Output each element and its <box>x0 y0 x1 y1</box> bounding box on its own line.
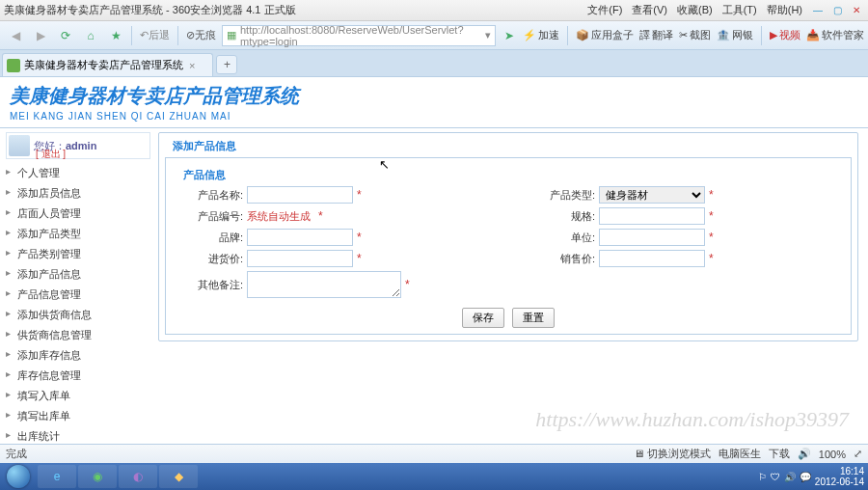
browser-toolbar: ◀ ▶ ⟳ ⌂ ★ ↶ 后退 ⊘ 无痕 ▦ http://localhost:8… <box>0 21 868 50</box>
task-eclipse[interactable]: ◐ <box>119 465 157 488</box>
close-button[interactable]: ✕ <box>849 4 864 17</box>
nav-menu: 个人管理添加店员信息店面人员管理添加产品类型产品类别管理添加产品信息产品信息管理… <box>6 163 150 467</box>
input-name[interactable] <box>247 186 353 204</box>
nav-item-10[interactable]: 库存信息管理 <box>6 366 150 386</box>
nav-item-4[interactable]: 产品类别管理 <box>6 244 150 264</box>
tool-appbox[interactable]: 📦应用盒子 <box>576 28 634 42</box>
page-header: 美康健身器材专卖店产品管理系统 MEI KANG JIAN SHEN QI CA… <box>0 77 868 125</box>
input-spec[interactable] <box>599 207 705 225</box>
taskbar: e ◉ ◐ ◆ ⚐ 🛡 🔊 💬 16:142012-06-14 <box>0 463 868 490</box>
watermark: https://www.huzhan.com/ishop39397 <box>535 407 849 432</box>
save-button[interactable]: 保存 <box>462 308 504 328</box>
back-icon[interactable]: ◀ <box>4 24 27 47</box>
nav-item-6[interactable]: 产品信息管理 <box>6 285 150 305</box>
status-sound-icon[interactable]: 🔊 <box>798 448 811 460</box>
input-inprice[interactable] <box>247 250 353 267</box>
window-titlebar: 美康健身器材专卖店产品管理系统 - 360安全浏览器 4.1 正式版 文件(F)… <box>0 0 868 21</box>
tab-bar: 美康健身器材专卖店产品管理系统 × + <box>0 50 868 77</box>
tool-bank[interactable]: 🏦网银 <box>717 28 753 42</box>
tab-close-icon[interactable]: × <box>189 60 195 71</box>
input-outprice[interactable] <box>599 250 705 267</box>
label-name: 产品名称: <box>176 188 243 203</box>
start-button[interactable] <box>0 463 37 490</box>
status-expand-icon[interactable]: ⤢ <box>854 448 862 460</box>
nav-item-5[interactable]: 添加产品信息 <box>6 264 150 285</box>
tool-screenshot[interactable]: ✂截图 <box>679 28 711 42</box>
reset-button[interactable]: 重置 <box>512 308 555 328</box>
tray-clock[interactable]: 16:142012-06-14 <box>815 466 864 487</box>
label-remark: 其他备注: <box>176 278 243 292</box>
menu-view[interactable]: 查看(V) <box>632 3 667 17</box>
task-ie[interactable]: e <box>38 465 76 488</box>
system-tray: ⚐ 🛡 🔊 💬 16:142012-06-14 <box>758 466 868 487</box>
nav-item-12[interactable]: 填写出库单 <box>6 406 150 426</box>
forward-icon[interactable]: ▶ <box>29 24 52 47</box>
label-inprice: 进货价: <box>176 252 243 266</box>
status-download[interactable]: 下载 <box>769 447 790 461</box>
task-browser[interactable]: ◉ <box>78 465 117 488</box>
dropdown-icon[interactable]: ▾ <box>485 29 491 41</box>
tray-shield-icon[interactable]: 🛡 <box>771 472 780 482</box>
nav-item-8[interactable]: 供货商信息管理 <box>6 325 150 345</box>
tray-chat-icon[interactable]: 💬 <box>800 472 811 482</box>
tray-net-icon[interactable]: 🔊 <box>784 472 796 482</box>
address-bar[interactable]: ▦ http://localhost:8080/ReserveWeb/UserS… <box>222 25 496 46</box>
nav-item-7[interactable]: 添加供货商信息 <box>6 305 150 325</box>
tab-title: 美康健身器材专卖店产品管理系统 <box>24 58 183 72</box>
maximize-button[interactable]: ▢ <box>829 4 845 17</box>
status-zoom[interactable]: 100% <box>819 449 846 460</box>
nav-item-1[interactable]: 添加店员信息 <box>6 183 150 204</box>
status-text: 完成 <box>6 447 634 461</box>
reload-icon[interactable]: ⟳ <box>54 24 77 47</box>
legend-product-info: 产品信息 <box>179 168 230 182</box>
tab-favicon <box>7 59 20 72</box>
user-panel: 您好：admin [ 退出 ] <box>6 132 150 159</box>
menu-file[interactable]: 文件(F) <box>587 3 622 17</box>
nav-item-0[interactable]: 个人管理 <box>6 163 150 183</box>
select-type[interactable]: 健身器材 <box>599 186 705 204</box>
input-unit[interactable] <box>599 229 705 246</box>
status-mode[interactable]: 🖥 切换浏览模式 <box>634 447 711 461</box>
page-icon: ▦ <box>227 29 236 41</box>
logout-link[interactable]: [ 退出 ] <box>36 148 66 161</box>
tray-flag-icon[interactable]: ⚐ <box>758 472 767 482</box>
status-doctor[interactable]: 电脑医生 <box>719 447 761 461</box>
go-button[interactable]: ➤ <box>498 24 521 47</box>
label-code: 产品编号: <box>176 209 243 224</box>
legend-add-product: 添加产品信息 <box>169 139 240 153</box>
star-icon[interactable]: ★ <box>104 24 127 47</box>
inner-fieldset: 产品信息 产品名称:* 产品类型:健身器材* 产品编号:系统自动生成* 规格:*… <box>165 157 852 335</box>
nav-item-2[interactable]: 店面人员管理 <box>6 204 150 224</box>
tool-accel[interactable]: ⚡加速 <box>523 28 559 42</box>
windows-orb-icon <box>7 465 30 488</box>
label-outprice: 销售价: <box>528 252 595 266</box>
input-brand[interactable] <box>247 229 353 246</box>
home-icon[interactable]: ⌂ <box>79 24 102 47</box>
back-text-button[interactable]: ↶ 后退 <box>136 24 174 47</box>
menu-bar: 文件(F) 查看(V) 收藏(B) 工具(T) 帮助(H) <box>587 3 802 17</box>
tool-video[interactable]: ▶视频 <box>770 28 800 42</box>
app-title-cn: 美康健身器材专卖店产品管理系统 <box>10 83 858 109</box>
new-tab-button[interactable]: + <box>216 55 237 74</box>
minimize-button[interactable]: — <box>810 4 826 17</box>
tool-soft[interactable]: 📥软件管家 <box>806 28 864 42</box>
textarea-remark[interactable] <box>247 271 401 298</box>
code-autogen: 系统自动生成 <box>247 209 311 224</box>
username: admin <box>66 140 96 151</box>
nav-item-11[interactable]: 填写入库单 <box>6 386 150 406</box>
menu-tools[interactable]: 工具(T) <box>722 3 757 17</box>
status-bar: 完成 🖥 切换浏览模式 电脑医生 下载 🔊 100% ⤢ <box>0 444 868 463</box>
incognito-button[interactable]: ⊘ 无痕 <box>182 24 220 47</box>
tool-translate[interactable]: 譯翻译 <box>639 28 673 42</box>
menu-fav[interactable]: 收藏(B) <box>677 3 713 17</box>
outer-fieldset: 添加产品信息 产品信息 产品名称:* 产品类型:健身器材* 产品编号:系统自动生… <box>158 132 858 341</box>
task-app[interactable]: ◆ <box>159 465 198 488</box>
url-text: http://localhost:8080/ReserveWeb/UserSer… <box>240 24 485 47</box>
nav-item-9[interactable]: 添加库存信息 <box>6 345 150 366</box>
browser-tab[interactable]: 美康健身器材专卖店产品管理系统 × <box>2 53 213 76</box>
app-title-en: MEI KANG JIAN SHEN QI CAI ZHUAN MAI <box>10 111 858 122</box>
menu-help[interactable]: 帮助(H) <box>767 3 802 17</box>
nav-item-3[interactable]: 添加产品类型 <box>6 224 150 244</box>
label-unit: 单位: <box>528 231 595 245</box>
label-brand: 品牌: <box>176 231 243 245</box>
